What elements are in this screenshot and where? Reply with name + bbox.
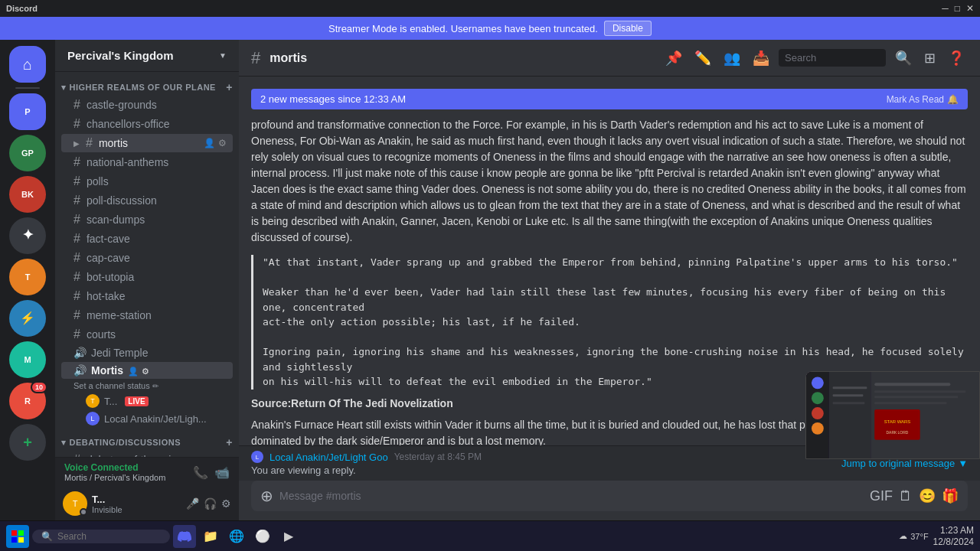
voice-user-t-live[interactable]: T T... LIVE — [61, 393, 233, 409]
hash-icon: # — [74, 308, 80, 322]
channel-castle-grounds[interactable]: # castle-grounds — [61, 96, 233, 114]
new-messages-bar[interactable]: 2 new messages since 12:33 AM Mark As Re… — [251, 89, 968, 109]
jump-to-original-button[interactable]: Jump to original message ▼ — [841, 458, 968, 469]
voice-jedi-temple[interactable]: 🔊 Jedi Temple — [61, 344, 233, 361]
gear-icon[interactable]: ⚙ — [218, 138, 227, 148]
channel-list: ▾ HIGHER REALMS OF OUR PLANE + # castle-… — [55, 72, 239, 457]
mark-as-read-button[interactable]: Mark As Read 🔔 — [887, 94, 959, 105]
channel-chancellors-office[interactable]: # chancellors-office — [61, 115, 233, 133]
hash-icon: # — [74, 232, 80, 246]
apps-icon[interactable]: ⊞ — [921, 48, 939, 68]
voice-user-local[interactable]: L Local Anakin/Jet/Ligh... — [61, 410, 233, 427]
voice-channel-label: Jedi Temple — [91, 347, 148, 359]
minimize-button[interactable]: ─ — [942, 3, 949, 14]
mic-button[interactable]: 🎤 — [186, 497, 199, 510]
maximize-button[interactable]: □ — [955, 3, 960, 14]
voice-user-icon: 👤 — [128, 367, 139, 376]
server-icon-gp[interactable]: GP — [9, 135, 46, 171]
channel-meme-station[interactable]: # meme-station — [61, 306, 233, 324]
channel-polls[interactable]: # polls — [61, 172, 233, 191]
video-icon[interactable]: 📹 — [214, 465, 230, 480]
hash-icon: # — [74, 213, 80, 227]
channel-fact-cave[interactable]: # fact-cave — [61, 230, 233, 248]
voice-user-avatar-local: L — [86, 412, 100, 425]
user-add-icon[interactable]: 👤 — [204, 138, 215, 148]
svg-rect-21 — [874, 383, 950, 386]
taskbar-youtube[interactable]: ▶ — [277, 525, 300, 548]
app-title: Discord — [6, 4, 38, 13]
server-icon-home[interactable]: ⌂ — [9, 46, 46, 83]
channel-name-label: national-anthems — [87, 156, 168, 168]
channel-bot-utopia[interactable]: # bot-utopia — [61, 268, 233, 286]
window-controls[interactable]: ─ □ ✕ — [942, 3, 974, 14]
server-icon-t[interactable]: T — [9, 259, 46, 295]
voice-control-buttons: 📞 📹 — [193, 465, 230, 480]
notification-bar: Streamer Mode is enabled. Usernames have… — [0, 17, 980, 40]
speaker-icon: 🔊 — [74, 364, 87, 377]
server-icon-bk[interactable]: BK — [9, 176, 46, 213]
server-name-header[interactable]: Percival's Kingdom ▼ — [55, 40, 239, 72]
voice-mortis[interactable]: 🔊 Mortis 👤 ⚙ — [61, 362, 233, 379]
hash-icon: # — [74, 194, 80, 207]
gift-button[interactable]: 🎁 — [942, 487, 959, 504]
taskbar-edge[interactable]: 🌐 — [225, 525, 248, 548]
emoji-button[interactable]: 😊 — [919, 487, 936, 504]
taskbar-file-explorer[interactable]: 📁 — [199, 525, 222, 548]
server-icon-4[interactable]: R 10 — [9, 383, 46, 419]
voice-settings-icon[interactable]: ⚙ — [142, 367, 149, 376]
windows-logo-icon — [11, 530, 24, 543]
channel-hash-icon: # — [251, 48, 260, 68]
channel-debates-prime[interactable]: # debates-of-the-prime — [61, 451, 233, 457]
channel-name-label: courts — [87, 328, 116, 341]
svg-rect-22 — [874, 390, 965, 393]
taskbar-discord-icon[interactable] — [173, 525, 196, 548]
server-icon-percival[interactable]: P — [9, 93, 46, 130]
voice-mortis-icons: 👤 ⚙ — [128, 364, 149, 377]
channel-mortis[interactable]: ▶ # mortis 👤 ⚙ — [61, 134, 233, 152]
category-higher-realms[interactable]: ▾ HIGHER REALMS OF OUR PLANE + — [55, 78, 239, 95]
clock-widget: 1:23 AM 12/8/2024 — [933, 525, 974, 547]
channel-cap-cave[interactable]: # cap-cave — [61, 249, 233, 267]
add-server-button[interactable]: + — [9, 424, 46, 461]
taskbar-chrome[interactable]: ⚪ — [251, 525, 274, 548]
svg-rect-36 — [18, 530, 24, 536]
server-icon-s[interactable]: ✦ — [9, 217, 46, 254]
sticker-button[interactable]: 🗒 — [899, 487, 913, 504]
search-input[interactable] — [779, 49, 886, 67]
close-button[interactable]: ✕ — [966, 3, 974, 14]
add-channel-icon-2[interactable]: + — [226, 436, 233, 448]
members-icon[interactable]: 👥 — [720, 48, 743, 68]
channel-courts[interactable]: # courts — [61, 325, 233, 344]
help-icon[interactable]: ❓ — [945, 48, 968, 68]
category-debating[interactable]: ▾ DEBATING/DISCUSSIONS + — [55, 433, 239, 450]
add-channel-icon[interactable]: + — [226, 81, 233, 93]
taskbar-search-input[interactable] — [57, 531, 134, 542]
gif-button[interactable]: GIF — [870, 487, 893, 504]
channel-name-label: cap-cave — [87, 252, 130, 264]
server-icon-2[interactable]: ⚡ — [9, 300, 46, 337]
server-icon-3[interactable]: M — [9, 341, 46, 378]
taskbar: 🔍 📁 🌐 ⚪ ▶ ☁ 37°F 1:23 AM 12/8/2024 — [0, 520, 980, 551]
svg-point-31 — [812, 422, 824, 435]
taskbar-search-bar[interactable]: 🔍 — [32, 530, 170, 543]
channel-poll-discussion[interactable]: # poll-discussion — [61, 191, 233, 210]
add-attachment-button[interactable]: ⊕ — [260, 487, 273, 505]
start-button[interactable] — [6, 525, 29, 548]
channel-scan-dumps[interactable]: # scan-dumps — [61, 210, 233, 229]
message-text-1: profound and transformative connection t… — [251, 117, 968, 246]
channel-national-anthems[interactable]: # national-anthems — [61, 153, 233, 171]
svg-point-28 — [812, 377, 824, 389]
pin-icon[interactable]: 📌 — [662, 48, 685, 68]
svg-rect-19 — [829, 372, 871, 459]
channel-name-label: bot-utopia — [87, 271, 134, 283]
message-input[interactable] — [279, 490, 864, 502]
inbox-icon[interactable]: 📥 — [750, 48, 773, 68]
svg-rect-35 — [11, 530, 17, 536]
headphone-button[interactable]: 🎧 — [204, 497, 217, 510]
edit-icon[interactable]: ✏️ — [691, 48, 714, 68]
channel-hot-take[interactable]: # hot-take — [61, 287, 233, 305]
search-icon[interactable]: 🔍 — [892, 48, 915, 68]
settings-button[interactable]: ⚙ — [221, 497, 231, 510]
phone-icon[interactable]: 📞 — [193, 465, 208, 480]
disable-streamer-button[interactable]: Disable — [604, 21, 652, 36]
